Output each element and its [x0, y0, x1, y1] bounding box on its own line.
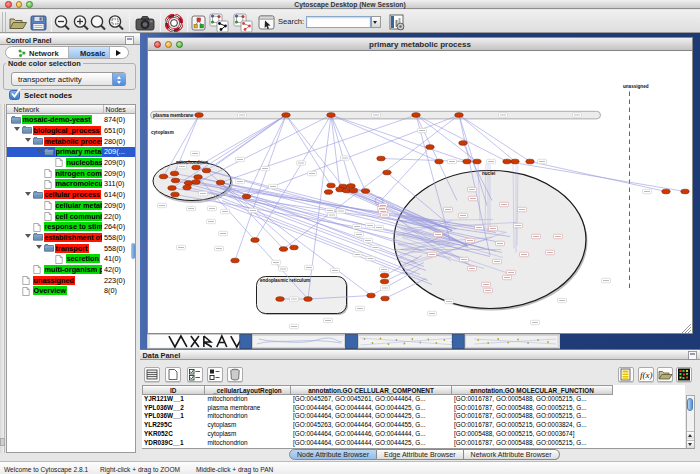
svg-text:cytoplasm: cytoplasm	[151, 130, 174, 135]
svg-text:plasma membrane: plasma membrane	[153, 113, 194, 118]
svg-text:f(x): f(x)	[640, 370, 653, 380]
svg-text:unassigned: unassigned	[623, 84, 649, 89]
svg-text:nuclei: nuclei	[482, 171, 495, 176]
svg-text:endoplasmic reticulum: endoplasmic reticulum	[260, 278, 310, 283]
